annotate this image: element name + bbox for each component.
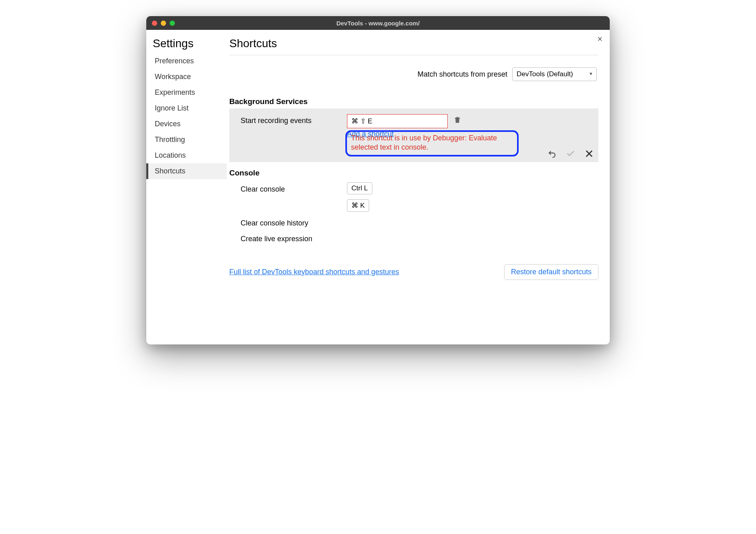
footer: Full list of DevTools keyboard shortcuts… — [229, 264, 598, 280]
sidebar-item-locations[interactable]: Locations — [146, 148, 227, 163]
preset-label: Match shortcuts from preset — [417, 70, 507, 79]
close-window-dot[interactable] — [152, 21, 157, 26]
shortcut-editor: Start recording events ⌘ ⇧ E Add a short… — [229, 108, 598, 162]
content: × Settings Preferences Workspace Experim… — [146, 30, 610, 344]
confirm-icon[interactable] — [566, 149, 575, 158]
console-row-clear-console[interactable]: Clear console Ctrl L — [229, 180, 598, 197]
undo-icon[interactable] — [548, 149, 557, 158]
row-label-empty — [241, 204, 341, 207]
preset-select[interactable]: DevTools (Default) — [512, 67, 597, 81]
minimize-window-dot[interactable] — [161, 21, 166, 26]
preset-row: Match shortcuts from preset DevTools (De… — [229, 67, 598, 81]
row-label: Create live expression — [241, 232, 341, 243]
sidebar-item-workspace[interactable]: Workspace — [146, 69, 227, 85]
cancel-icon[interactable] — [585, 149, 594, 158]
sidebar-item-devices[interactable]: Devices — [146, 116, 227, 132]
sidebar-item-preferences[interactable]: Preferences — [146, 53, 227, 69]
shortcut-input[interactable]: ⌘ ⇧ E — [347, 114, 448, 128]
fullscreen-window-dot[interactable] — [170, 21, 175, 26]
main-pane: Shortcuts Match shortcuts from preset De… — [227, 30, 610, 344]
traffic-lights — [152, 21, 175, 26]
console-row-clear-console-alt: ⌘ K — [229, 197, 598, 214]
window: DevTools - www.google.com/ × Settings Pr… — [146, 16, 610, 344]
section-heading-background-services: Background Services — [229, 97, 598, 106]
sidebar-item-experiments[interactable]: Experiments — [146, 85, 227, 100]
shortcut-label: Start recording events — [241, 114, 341, 125]
sidebar-item-ignore-list[interactable]: Ignore List — [146, 100, 227, 116]
shortcut-key: Ctrl L — [347, 182, 372, 194]
editor-actions — [548, 149, 594, 158]
section-heading-console: Console — [229, 169, 598, 177]
row-label: Clear console — [241, 183, 341, 194]
shortcut-key: ⌘ K — [347, 199, 369, 212]
console-row-clear-history[interactable]: Clear console history — [229, 214, 598, 230]
restore-defaults-button[interactable]: Restore default shortcuts — [504, 264, 598, 280]
page-title: Shortcuts — [229, 35, 598, 55]
close-icon[interactable]: × — [597, 34, 602, 44]
sidebar: Settings Preferences Workspace Experimen… — [146, 30, 227, 344]
sidebar-item-shortcuts[interactable]: Shortcuts — [146, 163, 227, 179]
console-row-live-expression[interactable]: Create live expression — [229, 230, 598, 246]
shortcut-error: This shortcut is in use by Debugger: Eva… — [345, 130, 519, 156]
full-list-link[interactable]: Full list of DevTools keyboard shortcuts… — [229, 268, 399, 276]
row-label: Clear console history — [241, 217, 341, 227]
window-title: DevTools - www.google.com/ — [146, 20, 610, 27]
sidebar-title: Settings — [146, 35, 227, 53]
titlebar: DevTools - www.google.com/ — [146, 16, 610, 30]
trash-icon[interactable] — [453, 116, 461, 126]
sidebar-item-throttling[interactable]: Throttling — [146, 132, 227, 148]
